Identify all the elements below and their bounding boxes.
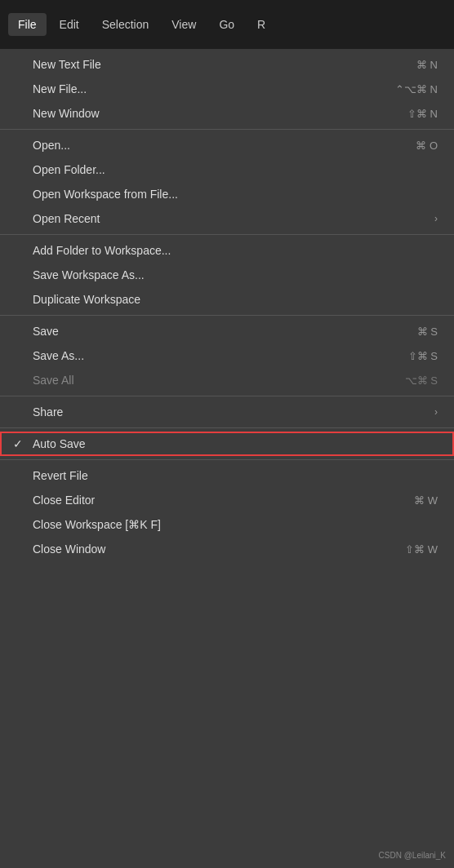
menu-item-label: New File...	[33, 82, 379, 95]
menu-item-label: Save	[33, 325, 401, 338]
menu-item-open-workspace-from-file-[interactable]: Open Workspace from File...	[0, 182, 454, 206]
submenu-arrow-icon: ›	[434, 406, 438, 418]
menu-item-close-workspace-k-f-[interactable]: Close Workspace [⌘K F]	[0, 512, 454, 537]
menu-item-label: Save Workspace As...	[33, 268, 438, 281]
file-menu-dropdown: New Text File⌘ NNew File...⌃⌥⌘ NNew Wind…	[0, 49, 454, 565]
menu-item-label: Save All	[33, 374, 389, 387]
menu-item-label: Open Workspace from File...	[33, 188, 438, 201]
menu-item-open-recent[interactable]: Open Recent›	[0, 206, 454, 231]
menu-item-label: Duplicate Workspace	[33, 293, 438, 306]
menu-item-new-text-file[interactable]: New Text File⌘ N	[0, 52, 454, 77]
menu-item-shortcut: ⌘ O	[416, 140, 438, 152]
menubar-item-r[interactable]: R	[247, 13, 275, 36]
menubar-item-selection[interactable]: Selection	[92, 13, 159, 36]
menu-item-shortcut: ⌘ N	[416, 59, 438, 71]
menu-item-open-folder-[interactable]: Open Folder...	[0, 157, 454, 182]
menu-item-label: Auto Save	[33, 437, 438, 450]
watermark: CSDN @Leilani_K	[379, 851, 446, 860]
menu-item-label: Open Folder...	[33, 163, 438, 176]
menu-item-save-as-[interactable]: Save As...⇧⌘ S	[0, 343, 454, 368]
submenu-arrow-icon: ›	[434, 213, 438, 224]
menubar-item-view[interactable]: View	[162, 13, 206, 36]
menu-item-save-all[interactable]: Save All⌥⌘ S	[0, 368, 454, 392]
menu-section-0: New Text File⌘ NNew File...⌃⌥⌘ NNew Wind…	[0, 49, 454, 130]
menu-item-open-[interactable]: Open...⌘ O	[0, 133, 454, 157]
menu-bar: FileEditSelectionViewGoR	[0, 0, 454, 49]
menu-item-shortcut: ⇧⌘ S	[408, 350, 438, 362]
menu-item-new-window[interactable]: New Window⇧⌘ N	[0, 101, 454, 126]
menu-item-label: Add Folder to Workspace...	[33, 244, 438, 257]
menu-item-label: Close Window	[33, 542, 389, 556]
menu-section-1: Open...⌘ OOpen Folder...Open Workspace f…	[0, 130, 454, 235]
menu-item-label: Close Workspace [⌘K F]	[33, 518, 438, 531]
menubar-item-file[interactable]: File	[8, 13, 47, 36]
menu-item-close-editor[interactable]: Close Editor⌘ W	[0, 488, 454, 512]
menu-item-close-window[interactable]: Close Window⇧⌘ W	[0, 537, 454, 561]
menu-item-add-folder-to-workspace-[interactable]: Add Folder to Workspace...	[0, 238, 454, 263]
menu-section-3: Save⌘ SSave As...⇧⌘ SSave All⌥⌘ S	[0, 316, 454, 396]
menu-section-4: Share›	[0, 396, 454, 428]
menu-item-share[interactable]: Share›	[0, 400, 454, 424]
menu-item-label: New Window	[33, 107, 391, 120]
menu-item-shortcut: ⌃⌥⌘ N	[395, 83, 438, 95]
menu-item-auto-save[interactable]: ✓Auto Save	[0, 432, 454, 456]
menu-item-save[interactable]: Save⌘ S	[0, 319, 454, 343]
menu-item-shortcut: ⌘ W	[414, 494, 438, 507]
menu-item-duplicate-workspace[interactable]: Duplicate Workspace	[0, 287, 454, 312]
menu-item-label: New Text File	[33, 58, 400, 71]
menu-item-label: Share	[33, 405, 434, 418]
menu-item-shortcut: ⇧⌘ W	[405, 543, 438, 556]
menubar-item-go[interactable]: Go	[209, 13, 244, 36]
menu-item-shortcut: ⇧⌘ N	[407, 108, 438, 120]
menu-section-5: ✓Auto Save	[0, 428, 454, 460]
menu-item-label: Save As...	[33, 349, 392, 362]
menu-section-2: Add Folder to Workspace...Save Workspace…	[0, 235, 454, 316]
menu-item-label: Close Editor	[33, 494, 398, 507]
menu-item-label: Revert File	[33, 469, 438, 482]
menu-item-label: Open Recent	[33, 212, 434, 225]
menu-item-shortcut: ⌘ S	[417, 326, 438, 338]
menu-item-revert-file[interactable]: Revert File	[0, 463, 454, 488]
menu-item-shortcut: ⌥⌘ S	[405, 374, 438, 387]
menu-item-save-workspace-as-[interactable]: Save Workspace As...	[0, 263, 454, 287]
checkmark-icon: ✓	[13, 437, 23, 450]
menubar-item-edit[interactable]: Edit	[50, 13, 89, 36]
menu-item-new-file-[interactable]: New File...⌃⌥⌘ N	[0, 77, 454, 101]
menu-item-label: Open...	[33, 139, 399, 152]
menu-section-6: Revert FileClose Editor⌘ WClose Workspac…	[0, 460, 454, 565]
